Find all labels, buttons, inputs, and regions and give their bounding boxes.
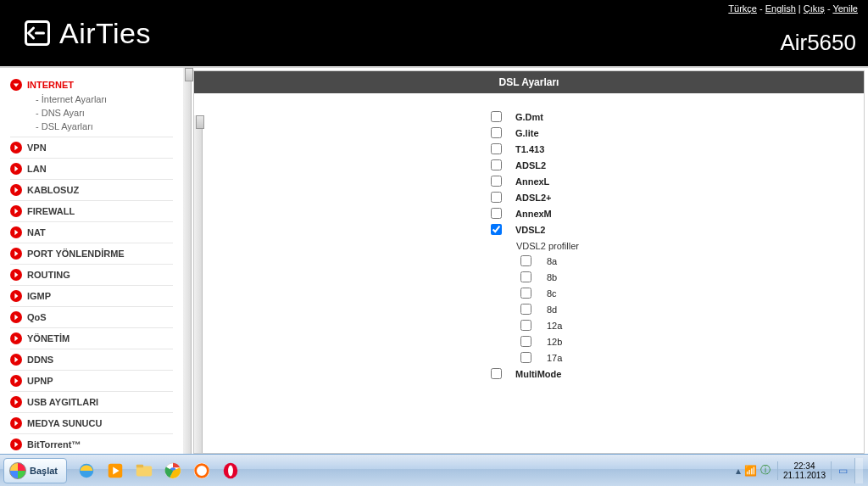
vdsl2-profile-checkbox-8a[interactable] — [520, 255, 531, 266]
nav-item-internet[interactable]: INTERNET — [10, 75, 173, 92]
vdsl2-profile-label: 12b — [547, 337, 562, 347]
dsl-option-row: ADSL2+ — [491, 189, 864, 205]
chevron-right-icon — [10, 354, 22, 366]
taskbar-opera-icon[interactable] — [218, 458, 243, 483]
nav-item-bittorrent-[interactable]: BitTorrent™ — [10, 434, 173, 454]
logout-link[interactable]: Çıkış — [804, 3, 825, 14]
dsl-option-label: AnnexM — [515, 209, 552, 219]
show-desktop-button[interactable] — [854, 458, 863, 483]
svg-marker-4 — [14, 166, 18, 171]
vdsl2-profile-checkbox-8d[interactable] — [520, 304, 531, 315]
nav-label: ROUTING — [27, 270, 70, 280]
dsl-option-row: MultiMode — [491, 366, 864, 382]
vdsl2-profile-row: 8b — [520, 269, 864, 285]
dsl-option-checkbox-annexm[interactable] — [491, 208, 502, 219]
taskbar-explorer-icon[interactable] — [131, 458, 157, 483]
vdsl2-profile-label: 8a — [547, 256, 557, 266]
dsl-option-checkbox-multimode[interactable] — [491, 368, 502, 379]
chevron-right-icon — [10, 311, 22, 323]
chevron-right-icon — [10, 290, 22, 302]
nav-item-ddns[interactable]: DDNS — [10, 349, 173, 371]
vdsl2-profile-checkbox-8b[interactable] — [520, 271, 531, 282]
chevron-right-icon — [10, 184, 22, 196]
chevron-right-icon — [10, 439, 22, 450]
dsl-option-checkbox-adsl2[interactable] — [491, 192, 502, 203]
nav-subitem[interactable]: - DNS Ayarı — [36, 106, 173, 120]
separator: - — [757, 3, 765, 14]
nav-item-usb-aygitlari[interactable]: USB AYGITLARI — [10, 392, 173, 413]
svg-marker-14 — [14, 378, 18, 383]
svg-marker-5 — [14, 187, 18, 193]
dsl-option-label: AnnexL — [515, 176, 549, 187]
dsl-option-label: G.Dmt — [515, 112, 543, 122]
tray-show-hidden-icon[interactable]: ▭ — [838, 465, 848, 477]
start-button[interactable]: Başlat — [3, 458, 67, 483]
dsl-option-checkbox-gdmt[interactable] — [491, 111, 502, 122]
dsl-option-label: ADSL2+ — [515, 193, 552, 203]
nav-label: PORT YÖNLENDİRME — [27, 249, 125, 259]
dsl-option-checkbox-annexl[interactable] — [491, 176, 502, 187]
nav-item-lan[interactable]: LAN — [10, 159, 173, 180]
nav-subitem[interactable]: - DSL Ayarları — [36, 120, 173, 133]
inner-frame-scrollbar[interactable] — [194, 115, 203, 453]
tray-time-text: 22:34 — [783, 461, 826, 471]
tray-icons: ▴ 📶 ⓘ — [736, 463, 771, 478]
svg-marker-10 — [14, 293, 18, 299]
lang-link-turkce[interactable]: Türkçe — [728, 3, 757, 14]
nav-item-vpn[interactable]: VPN — [10, 137, 173, 159]
sidebar-nav: INTERNET- İnternet Ayarları- DNS Ayarı- … — [0, 68, 183, 454]
svg-point-28 — [228, 465, 233, 476]
nav-item-nat[interactable]: NAT — [10, 222, 173, 243]
nav-label: YÖNETİM — [27, 333, 70, 344]
dsl-option-label: G.lite — [515, 128, 539, 138]
chevron-right-icon — [10, 226, 22, 238]
chevron-right-icon — [10, 375, 22, 387]
tray-network-icon[interactable]: 📶 — [744, 465, 757, 477]
svg-marker-11 — [14, 315, 18, 320]
chevron-right-icon — [10, 417, 22, 429]
nav-item-medya-sunucu[interactable]: MEDYA SUNUCU — [10, 413, 173, 434]
dsl-option-checkbox-vdsl2[interactable] — [491, 224, 502, 235]
app-header: Türkçe - English | Çıkış - Yenile AirTie… — [0, 0, 868, 66]
nav-item-port-y-nlendi-rme[interactable]: PORT YÖNLENDİRME — [10, 243, 173, 265]
tray-expand-icon[interactable]: ▴ — [736, 465, 741, 477]
dsl-option-checkbox-t1413[interactable] — [491, 143, 502, 154]
refresh-link[interactable]: Yenile — [832, 3, 858, 14]
nav-item-y-neti-m[interactable]: YÖNETİM — [10, 328, 173, 349]
nav-item-kablosuz[interactable]: KABLOSUZ — [10, 180, 173, 201]
vdsl2-profile-checkbox-12b[interactable] — [520, 336, 531, 347]
nav-item-igmp[interactable]: IGMP — [10, 286, 173, 307]
chevron-down-icon — [10, 79, 22, 91]
tray-info-icon[interactable]: ⓘ — [760, 463, 771, 478]
lang-link-english[interactable]: English — [765, 3, 796, 14]
tray-clock[interactable]: 22:34 21.11.2013 — [777, 461, 832, 480]
taskbar-app5-icon[interactable] — [189, 458, 214, 483]
nav-item-upnp[interactable]: UPNP — [10, 371, 173, 392]
nav-item-firewall[interactable]: FIREWALL — [10, 201, 173, 222]
vdsl2-profile-checkbox-8c[interactable] — [520, 288, 531, 299]
taskbar-ie-icon[interactable] — [74, 458, 99, 483]
chevron-right-icon — [10, 248, 22, 260]
vdsl2-profile-checkbox-17a[interactable] — [520, 352, 531, 363]
dsl-option-checkbox-adsl2[interactable] — [491, 159, 502, 170]
dsl-option-row: AnnexL — [491, 173, 864, 189]
svg-rect-22 — [136, 464, 143, 467]
nav-label: UPNP — [27, 376, 53, 386]
dsl-option-checkbox-glite[interactable] — [491, 127, 502, 138]
svg-marker-12 — [14, 336, 18, 341]
chevron-right-icon — [10, 163, 22, 175]
nav-item-qos[interactable]: QoS — [10, 307, 173, 328]
start-label: Başlat — [30, 466, 58, 476]
taskbar-media-icon[interactable] — [103, 458, 128, 483]
nav-label: IGMP — [27, 291, 51, 301]
dsl-option-label: ADSL2 — [515, 160, 546, 170]
tray-date-text: 21.11.2013 — [783, 471, 826, 480]
taskbar-chrome-icon[interactable] — [160, 458, 186, 483]
nav-label: USB AYGITLARI — [27, 397, 98, 407]
frame-scrollbar-left[interactable] — [183, 68, 192, 454]
nav-item-routing[interactable]: ROUTING — [10, 265, 173, 286]
nav-subitem[interactable]: - İnternet Ayarları — [36, 92, 173, 106]
nav-subitems: - İnternet Ayarları- DNS Ayarı- DSL Ayar… — [10, 92, 173, 137]
vdsl2-profile-row: 8a — [520, 253, 864, 269]
vdsl2-profile-checkbox-12a[interactable] — [520, 320, 531, 331]
